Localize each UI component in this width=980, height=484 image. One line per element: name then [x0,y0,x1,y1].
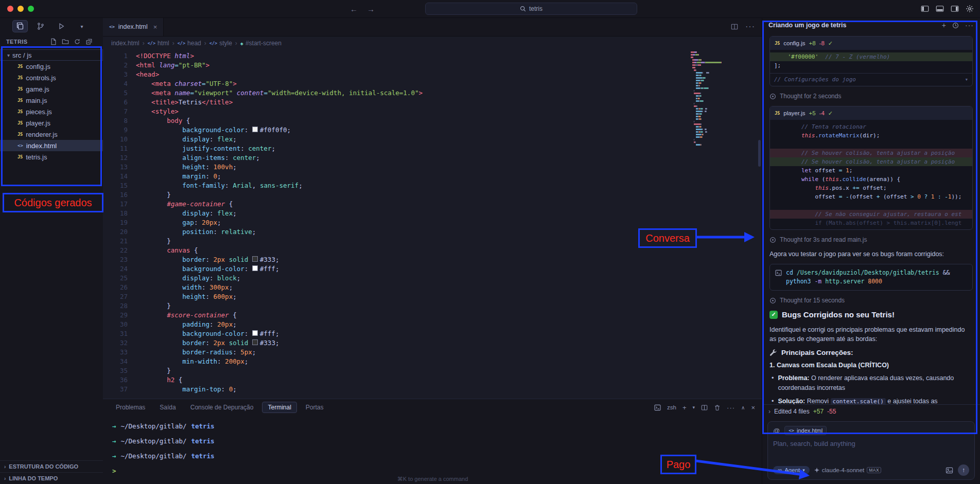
explorer-view-button[interactable] [12,20,28,32]
panel-tab-Portas[interactable]: Portas [300,402,329,413]
breadcrumb-item-#start-screen[interactable]: ◈#start-screen [240,40,282,47]
chevron-down-icon[interactable]: ▾ [693,405,695,410]
new-file-icon[interactable] [50,38,57,45]
edited-files-bar[interactable]: › Edited 4 files +57 -55 [762,404,980,418]
source-control-button[interactable] [33,20,48,32]
maximize-window-button[interactable] [28,6,34,12]
diff-header[interactable]: JSconfig.js+8-8✓ [770,37,972,50]
panel-tab-Console de Depuração[interactable]: Console de Depuração [185,402,259,413]
diff-line: // Se houver colisão, tenta ajustar a po… [770,157,972,166]
toggle-sidebar-left-icon[interactable] [921,5,929,13]
tree-file-renderer.js[interactable]: JSrenderer.js [0,129,103,140]
breadcrumb-item-html[interactable]: </>html [148,40,169,47]
context-chip[interactable]: <> index.html [784,426,827,435]
code-line: 25 display: block; [103,274,423,283]
trash-icon[interactable] [714,404,721,411]
command-search[interactable]: tetris [425,3,637,15]
collapse-all-icon[interactable] [85,38,93,45]
model-icon [814,468,819,473]
toggle-sidebar-right-icon[interactable] [951,5,959,13]
thought-row[interactable]: Thought for 3s and read main.js [769,236,973,243]
thought-icon [769,237,776,243]
code-line: 24 background-color: #fff; [103,264,423,274]
tab-index.html[interactable]: <> index.html × [103,17,164,36]
terminal-line: →~/Desktop/gitlab/tetris [112,449,762,463]
explorer-actions [50,38,97,45]
chat-title: Criando um jogo de tetris [768,22,846,29]
tree-file-pieces.js[interactable]: JSpieces.js [0,106,103,117]
more-options-icon[interactable]: ··· [965,21,974,29]
chat-messages[interactable]: JSconfig.js+8-8✓ '#f00000' // 7 - Z (ver… [762,33,980,404]
split-editor-icon[interactable] [731,23,738,30]
close-window-button[interactable] [7,6,13,12]
minimize-window-button[interactable] [18,6,24,12]
chat-paragraph: Identifiquei e corrigi os principais pro… [769,325,973,344]
back-arrow-icon[interactable]: ← [350,5,358,13]
shell-label[interactable]: zsh [667,404,676,410]
more-actions-icon[interactable]: ··· [745,22,755,31]
new-terminal-icon[interactable]: + [682,404,687,411]
panel-tab-Problemas[interactable]: Problemas [110,402,151,413]
new-chat-icon[interactable]: + [942,21,946,29]
new-folder-icon[interactable] [62,38,69,45]
thought-row[interactable]: Thought for 15 seconds [769,297,973,304]
code-line: 27 height: 600px; [103,292,423,301]
code-content: 1<!DOCTYPE html>2<html lang="pt-BR">3<he… [103,51,423,394]
gear-icon[interactable] [966,5,974,13]
diff-header[interactable]: JSplayer.js+5-4✓ [770,106,972,120]
tree-file-main.js[interactable]: JSmain.js [0,95,103,106]
breadcrumb-separator: › [235,40,237,47]
thought-row[interactable]: Thought for 2 seconds [769,93,973,100]
html-file-icon: <> [18,143,23,148]
diff-line: while (this.collide(arena)) { [770,175,972,184]
panel-tab-Saída[interactable]: Saída [154,402,181,413]
close-tab-icon[interactable]: × [153,23,157,31]
refresh-icon[interactable] [74,38,81,45]
command-block[interactable]: cd /Users/davidpuziol/Desktop/gitlab/tet… [769,264,973,291]
maximize-panel-icon[interactable]: ∧ [741,405,745,410]
send-button[interactable]: ↑ [958,464,969,476]
js-file-icon: JS [18,86,23,92]
section-timeline[interactable]: › LINHA DO TEMPO [0,472,103,484]
tree-folder-src/js[interactable]: ▾src / js [0,49,103,61]
code-line: 10 display: flex; [103,135,423,144]
diff-line: // Configurações do jogo▾ [770,73,972,84]
code-line: 31 background-color: #fff; [103,329,423,338]
tree-file-player.js[interactable]: JSplayer.js [0,117,103,129]
forward-arrow-icon[interactable]: → [367,5,375,13]
breadcrumb-item-head[interactable]: </>head [178,40,201,47]
code-viewport[interactable]: 1<!DOCTYPE html>2<html lang="pt-BR">3<he… [103,49,762,399]
split-terminal-icon[interactable] [701,404,708,411]
history-icon[interactable] [952,22,959,29]
run-debug-button[interactable] [54,20,69,32]
more-views-button[interactable]: ▾ [74,20,90,32]
close-panel-icon[interactable]: × [751,404,755,411]
panel-tab-Terminal[interactable]: Terminal [262,402,296,413]
js-file-icon: JS [18,109,23,114]
terminal-output[interactable]: →~/Desktop/gitlab/tetris→~/Desktop/gitla… [103,416,762,478]
tree-file-controls.js[interactable]: JScontrols.js [0,72,103,83]
toggle-panel-icon[interactable] [936,5,944,13]
scrollbar-thumb[interactable] [758,140,761,167]
code-line: 16 } [103,190,423,200]
tree-file-index.html[interactable]: <>index.html [0,140,103,151]
code-tag-icon: </> [148,41,155,46]
model-selector[interactable]: claude-4-sonnet MAX [814,467,881,473]
tree-file-tetris.js[interactable]: JStetris.js [0,151,103,163]
more-actions-icon[interactable]: ··· [727,404,735,411]
section-outline[interactable]: › ESTRUTURA DO CÓDIGO [0,460,103,472]
diff-line [770,201,972,210]
mention-button[interactable]: @ [773,427,780,435]
tree-file-game.js[interactable]: JSgame.js [0,83,103,95]
chat-input[interactable]: @ <> index.html Plan, search, build anyt… [767,421,975,480]
minimap[interactable] [691,51,727,147]
chevron-down-icon[interactable]: ▾ [965,75,968,84]
mode-selector[interactable]: ∞ Agent ▾ [773,466,810,474]
breadcrumb-item-style[interactable]: </>style [209,40,232,47]
tree-file-config.js[interactable]: JSconfig.js [0,61,103,72]
terminal-hint: ⌘K to generate a command [103,476,762,482]
breadcrumb-item-index.html[interactable]: index.html [111,40,139,47]
diff-line: '#f00000' // 7 - Z (vermelho) [770,52,972,61]
image-attach-icon[interactable] [946,467,953,474]
infinity-icon: ∞ [778,467,782,473]
